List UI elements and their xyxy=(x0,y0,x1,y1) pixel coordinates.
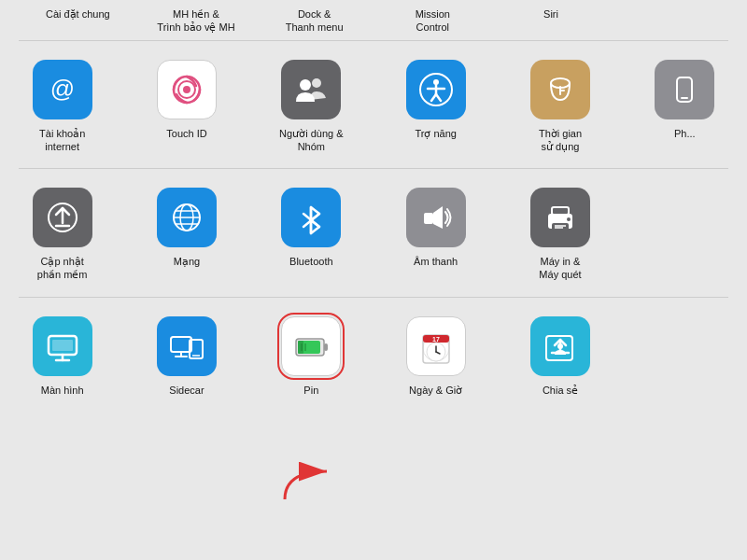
svg-point-4 xyxy=(300,79,311,91)
svg-text:17: 17 xyxy=(432,336,440,343)
icon-ngay-gio: 17 xyxy=(406,316,466,376)
icon-am-thanh xyxy=(406,188,466,247)
svg-rect-39 xyxy=(52,340,73,351)
header-label-siri: Siri xyxy=(543,7,558,21)
icon-sidecar xyxy=(157,316,217,376)
header-mh-bao-ve[interactable]: MH hền &Trình bảo vệ MH xyxy=(137,0,256,38)
svg-point-5 xyxy=(312,78,321,88)
header-empty xyxy=(610,0,728,38)
header-cai-dat-chung[interactable]: Cài đặt chung xyxy=(19,0,137,38)
header-label-mission: MissionControl xyxy=(416,7,450,35)
label-tai-khoan: Tài khoảninternet xyxy=(39,127,85,154)
svg-rect-40 xyxy=(171,337,191,352)
row-3: Màn hình Sidecar Pin xyxy=(0,300,747,410)
item-cap-nhat[interactable]: Cập nhậtphần mềm xyxy=(0,175,124,291)
svg-rect-31 xyxy=(552,207,569,215)
icon-mang xyxy=(157,188,217,247)
label-cap-nhat: Cập nhậtphần mềm xyxy=(37,255,88,282)
item-sidecar[interactable]: Sidecar xyxy=(124,303,248,406)
label-am-thanh: Âm thanh xyxy=(414,255,458,268)
header-siri[interactable]: Siri xyxy=(492,0,611,38)
label-bluetooth: Bluetooth xyxy=(289,255,332,268)
header-label-mh: MH hền &Trình bảo vệ MH xyxy=(157,7,234,35)
label-ph: Ph... xyxy=(674,127,696,140)
icon-may-in xyxy=(530,188,590,247)
label-mang: Mạng xyxy=(174,255,200,268)
item-ngay-gio[interactable]: 17 Ngày & Giờ xyxy=(374,303,498,406)
svg-rect-32 xyxy=(552,223,569,231)
icon-tai-khoan: @ xyxy=(33,60,92,119)
item-empty2 xyxy=(623,175,747,291)
svg-rect-28 xyxy=(424,213,433,224)
divider-1 xyxy=(19,40,728,41)
svg-point-62 xyxy=(557,343,563,349)
label-thoi-gian: Thời giansử dụng xyxy=(539,127,582,154)
label-man-hinh: Màn hình xyxy=(41,384,84,397)
item-tro-nang[interactable]: Trợ năng xyxy=(374,47,498,163)
item-nguoi-dung[interactable]: Người dùng &Nhóm xyxy=(249,47,374,163)
svg-text:@: @ xyxy=(49,75,74,103)
top-header-row: Cài đặt chung MH hền &Trình bảo vệ MH Do… xyxy=(0,0,747,38)
icon-touch-id xyxy=(157,60,217,119)
item-pin[interactable]: Pin xyxy=(249,303,374,406)
icon-nguoi-dung xyxy=(281,60,341,119)
svg-marker-29 xyxy=(433,206,443,229)
svg-rect-46 xyxy=(324,343,328,351)
item-empty3 xyxy=(623,303,747,406)
label-chia-se: Chia sẻ xyxy=(543,384,578,397)
label-pin: Pin xyxy=(303,384,318,397)
svg-point-3 xyxy=(183,86,190,93)
item-thoi-gian[interactable]: Thời giansử dụng xyxy=(498,47,622,163)
icon-pin xyxy=(281,316,341,376)
item-am-thanh[interactable]: Âm thanh xyxy=(374,175,498,291)
label-sidecar: Sidecar xyxy=(169,384,204,397)
label-touch-id: Touch ID xyxy=(166,127,206,140)
item-tai-khoan[interactable]: @ Tài khoảninternet xyxy=(0,47,124,163)
icon-man-hinh xyxy=(33,316,92,376)
label-tro-nang: Trợ năng xyxy=(415,127,457,140)
item-bluetooth[interactable]: Bluetooth xyxy=(249,175,374,291)
item-chia-se[interactable]: Chia sẻ xyxy=(498,303,622,406)
row-1: @ Tài khoảninternet Touch ID xyxy=(0,43,747,167)
row-2: Cập nhậtphần mềm Mạng Bluetooth xyxy=(0,171,747,295)
svg-line-11 xyxy=(436,94,441,101)
item-mang[interactable]: Mạng xyxy=(124,175,248,291)
item-may-in[interactable]: Máy in &Máy quét xyxy=(498,175,622,291)
icon-chia-se xyxy=(530,316,590,376)
divider-2 xyxy=(19,168,728,169)
icon-thoi-gian xyxy=(530,60,590,119)
svg-point-33 xyxy=(567,217,571,221)
icon-cap-nhat xyxy=(33,188,92,247)
icon-ph xyxy=(655,60,714,119)
item-touch-id[interactable]: Touch ID xyxy=(124,47,248,163)
header-label-cai-dat: Cài đặt chung xyxy=(46,7,110,21)
red-arrow xyxy=(275,453,350,509)
svg-rect-48 xyxy=(298,341,303,354)
icon-bluetooth xyxy=(281,188,341,247)
label-nguoi-dung: Người dùng &Nhóm xyxy=(279,127,343,154)
label-may-in: Máy in &Máy quét xyxy=(539,255,581,282)
divider-3 xyxy=(19,297,728,298)
header-label-dock: Dock &Thanh menu xyxy=(286,7,344,35)
header-mission[interactable]: MissionControl xyxy=(374,0,492,38)
header-dock[interactable]: Dock &Thanh menu xyxy=(255,0,374,38)
item-ph[interactable]: Ph... xyxy=(623,47,747,163)
item-man-hinh[interactable]: Màn hình xyxy=(0,303,124,406)
label-ngay-gio: Ngày & Giờ xyxy=(409,384,462,397)
icon-tro-nang xyxy=(406,60,466,119)
